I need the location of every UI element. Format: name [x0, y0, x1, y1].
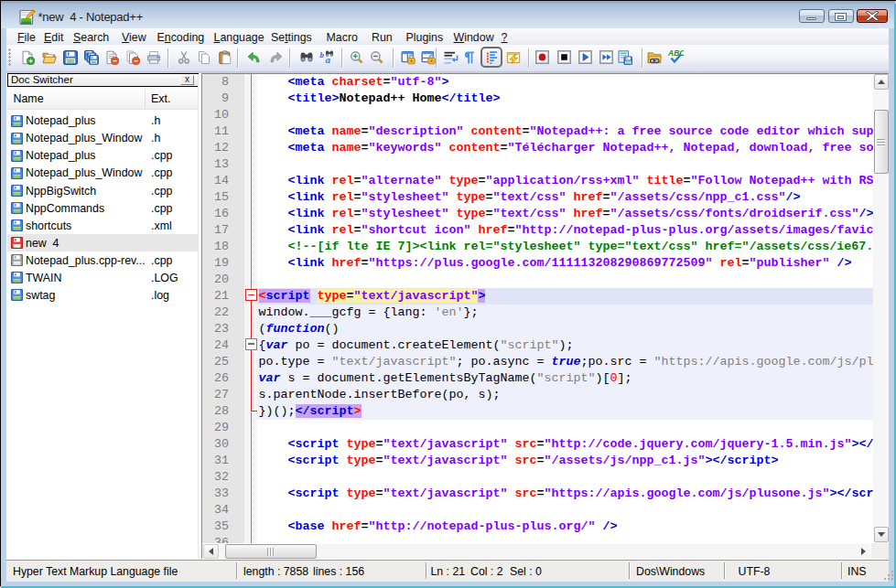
svg-text:b: b — [320, 50, 325, 59]
svg-text:ABC: ABC — [668, 49, 684, 58]
